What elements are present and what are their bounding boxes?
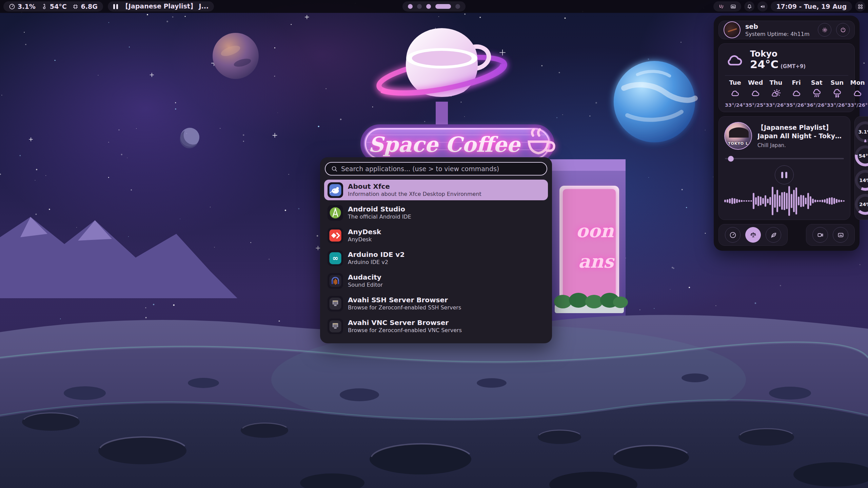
volume-button[interactable] [757, 1, 768, 12]
xfce-icon [329, 183, 342, 197]
balanced-mode-button[interactable] [745, 227, 761, 243]
cpu-stat: 3.1% [9, 3, 36, 10]
gauge-value: 24% [855, 194, 868, 215]
weather-cloud-icon [725, 52, 745, 68]
planet-earth [614, 61, 695, 142]
app-row-anydesk[interactable]: AnyDeskAnyDesk [324, 225, 548, 246]
forecast-row: Tue33°/24°Wed35°/25°Thu33°/26°Fri35°/26°… [725, 79, 848, 108]
app-description: Information about the Xfce Desktop Envir… [348, 191, 481, 197]
powersave-mode-button[interactable] [766, 227, 781, 243]
system-gauges-card: 3.1%54°C14%24% [854, 116, 868, 220]
overview-button[interactable] [855, 1, 865, 12]
videocam-icon [817, 231, 824, 239]
weather-city: Tokyo [750, 49, 806, 59]
workspace-dot-1[interactable] [408, 4, 413, 9]
workspace-dot-4[interactable] [435, 4, 451, 9]
audio-visualizer [724, 186, 845, 216]
gauge-value: 3.1% [855, 121, 868, 142]
cloud-icon [852, 88, 863, 100]
temperature-stat: 54°C [41, 3, 67, 10]
forecast-temps: 35°/25° [745, 102, 766, 108]
seek-thumb[interactable] [728, 156, 734, 162]
album-art [724, 122, 752, 150]
clock-pill[interactable]: 17:09 - Tue, 19 Aug [771, 1, 852, 12]
scales-icon [750, 231, 757, 239]
workspace-indicator [402, 1, 466, 12]
forecast-temps: 36°/26° [807, 102, 827, 108]
app-title: Avahi SSH Server Browser [348, 296, 461, 304]
forecast-temps: 33°/26° [766, 102, 786, 108]
forecast-temps: 33°/26° [847, 102, 868, 108]
app-launcher: About XfceInformation about the Xfce Des… [320, 157, 552, 343]
weather-card: Tokyo 24°C(GMT+9) Tue33°/24°Wed35°/25°Th… [718, 43, 855, 112]
forecast-temps: 33°/26° [827, 102, 847, 108]
forecast-day: Tue [729, 79, 741, 86]
app-row-avahi-ssh-server-browser[interactable]: Avahi SSH Server BrowserBrowse for Zeroc… [324, 293, 548, 314]
forecast-day: Wed [748, 79, 763, 86]
app-row-audacity[interactable]: AudacitySound Editor [324, 270, 548, 291]
app-icon-tile [328, 273, 343, 289]
search-input[interactable] [341, 165, 541, 172]
app-row-android-studio[interactable]: Android StudioThe official Android IDE [324, 202, 548, 223]
notifications-button[interactable] [744, 1, 754, 12]
forecast-wed: Wed35°/25° [745, 79, 766, 108]
workspace-dot-2[interactable] [417, 4, 422, 9]
screenshot-button[interactable] [833, 227, 848, 243]
app-description: AnyDesk [348, 237, 381, 243]
audacity-icon [329, 274, 342, 288]
utilities-card [806, 224, 855, 246]
power-button[interactable] [836, 23, 850, 37]
song-artist: Chill Japan. [757, 142, 845, 148]
divider [725, 75, 848, 76]
workspace-dot-5[interactable] [455, 4, 460, 9]
forecast-day: Sun [831, 79, 844, 86]
system-stats-pill[interactable]: 3.1% 54°C 6.8G [3, 1, 103, 12]
user-card: seb System Uptime: 4h11m [718, 21, 855, 39]
wallpaper-icon[interactable] [730, 3, 736, 10]
avatar [724, 21, 741, 38]
app-row-avahi-vnc-server-browser[interactable]: Avahi VNC Server BrowserBrowse for Zeroc… [324, 316, 548, 337]
workspace-dot-3[interactable] [426, 4, 431, 9]
gauge-cpu: 3.1% [855, 121, 868, 142]
settings-button[interactable] [818, 23, 831, 37]
anydesk-icon [329, 229, 342, 242]
planet-top-left [213, 33, 259, 79]
power-icon [840, 27, 846, 33]
power-modes-card [718, 224, 788, 246]
app-title: Avahi VNC Server Browser [348, 319, 462, 327]
play-pause-button[interactable] [775, 165, 794, 184]
screen-record-button[interactable] [812, 227, 828, 243]
leaf-icon [770, 231, 777, 239]
app-icon-tile [328, 228, 343, 243]
forecast-sat: Sat36°/26° [807, 79, 827, 108]
storm-icon [832, 88, 842, 99]
performance-mode-button[interactable] [725, 227, 741, 243]
sign-text: Space Coffee [368, 132, 521, 157]
gauge-memory: 14% [855, 170, 868, 191]
app-icon-tile: ∞ [328, 250, 343, 266]
speedometer-icon [729, 231, 736, 239]
search-bar[interactable] [325, 162, 547, 176]
app-row-arduino-ide-v2[interactable]: ∞Arduino IDE v2Arduino IDE v2 [324, 248, 548, 268]
input-method-icon[interactable] [718, 3, 725, 10]
top-bar: 3.1% 54°C 6.8G 【Japanese Playlist】 J... [0, 0, 868, 13]
media-pill[interactable]: 【Japanese Playlist】 J... [108, 1, 214, 12]
gauge-value: 14% [855, 170, 868, 191]
app-row-about-xfce[interactable]: About XfceInformation about the Xfce Des… [324, 180, 548, 200]
app-title: Arduino IDE v2 [348, 251, 405, 259]
window-text-2: ans [578, 250, 615, 272]
weather-temp: 24°C [750, 58, 778, 71]
forecast-day: Fri [792, 79, 801, 86]
cloud-icon [750, 88, 761, 100]
cloud-icon [791, 88, 802, 100]
uptime: System Uptime: 4h11m [745, 31, 813, 37]
app-description: Sound Editor [348, 282, 383, 288]
forecast-temps: 33°/24° [725, 102, 745, 108]
seek-bar[interactable] [725, 156, 844, 161]
bell-icon [747, 4, 752, 9]
username: seb [745, 23, 813, 30]
tray-pill[interactable] [713, 1, 741, 12]
rain-icon [812, 88, 822, 99]
weather-timezone: (GMT+9) [781, 63, 806, 69]
app-icon-tile [328, 205, 343, 221]
